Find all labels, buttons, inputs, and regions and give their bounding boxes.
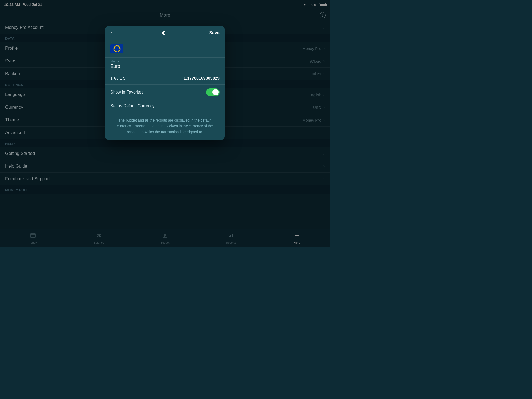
toggle-label: Show in Favorites: [110, 90, 143, 95]
flag-section: [105, 40, 225, 58]
eu-flag: [110, 44, 123, 53]
name-field-value[interactable]: Euro: [110, 64, 220, 69]
currency-modal: ‹ € Save: [105, 26, 225, 140]
eu-flag-svg: [111, 45, 123, 53]
modal-content: Name Euro 1 € / 1 $: 1.17780169305829 Sh…: [105, 40, 225, 140]
default-currency-label: Set as Default Currency: [110, 104, 155, 108]
default-currency-row[interactable]: Set as Default Currency: [105, 100, 225, 112]
rate-label: 1 € / 1 $:: [110, 76, 127, 81]
modal-save-button[interactable]: Save: [209, 30, 220, 36]
description-text: The budget and all the reports are displ…: [113, 117, 217, 135]
modal-title: €: [162, 30, 165, 36]
favorites-toggle-row: Show in Favorites: [105, 85, 225, 100]
exchange-rate-section: 1 € / 1 $: 1.17780169305829: [105, 72, 225, 85]
modal-back-button[interactable]: ‹: [110, 30, 118, 36]
name-field-section: Name Euro: [105, 58, 225, 72]
modal-header: ‹ € Save: [105, 26, 225, 40]
rate-value[interactable]: 1.17780169305829: [184, 76, 220, 81]
name-field-label: Name: [110, 59, 220, 63]
favorites-toggle[interactable]: [206, 88, 220, 96]
description-section: The budget and all the reports are displ…: [105, 112, 225, 140]
